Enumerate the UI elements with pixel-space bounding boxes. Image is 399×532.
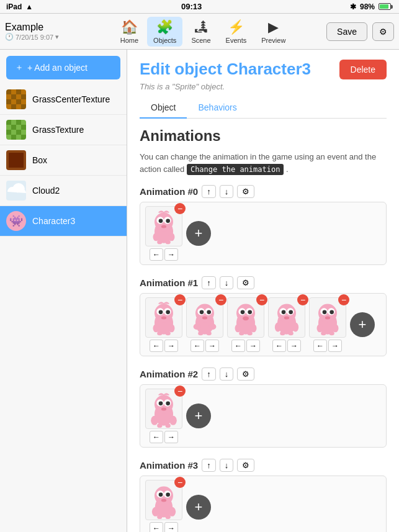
animation-1-frame-4-right[interactable]: → [328,340,342,352]
edit-title: Edit object Character3 [140,60,311,79]
sidebar-item-cloud2[interactable]: Cloud2 [0,176,127,206]
animation-1-frame-2-remove[interactable]: − [256,294,267,305]
animation-2-frames: − [140,384,387,448]
svg-point-29 [194,323,201,330]
animation-1-frame-3-left[interactable]: ← [272,340,286,352]
animation-2-add-frame-button[interactable]: + [186,404,211,428]
animation-2-down-button[interactable]: ↓ [220,367,234,381]
cloud2-label: Cloud2 [32,186,60,196]
save-button[interactable]: Save [326,22,367,41]
animation-0-up-button[interactable]: ↑ [202,185,216,198]
animation-1-frame-4-remove[interactable]: − [338,294,349,305]
animation-1-up-button[interactable]: ↑ [202,276,216,289]
animation-1-frame-2: − [227,297,264,352]
wifi-icon: ▲ [25,2,33,11]
animation-1-frame-1-right[interactable]: → [205,340,219,352]
sidebar-item-box[interactable]: Box [0,145,127,176]
top-bar: Example 🕐 7/20/15 9:07 ▾ 🏠 Home 🧩 Object… [0,14,399,50]
svg-point-31 [198,331,203,335]
character3-label: Character3 [32,216,75,226]
svg-point-81 [159,492,163,497]
animation-1-frame-1-remove[interactable]: − [215,294,226,305]
animation-0-frame-0-right[interactable]: → [164,248,178,261]
animation-1-section: Animation #1 ↑ ↓ ⚙ − [140,276,387,356]
scene-icon: 🏞 [194,19,208,35]
monster-sprite-2-0 [148,390,179,428]
home-icon: 🏠 [121,19,138,35]
svg-point-63 [333,324,339,332]
animation-2-label: Animation #2 [140,369,198,379]
animation-2-frame-0-right[interactable]: → [164,431,178,443]
sidebar-item-character3[interactable]: 👾 Character3 [0,206,127,237]
box-thumb [6,150,26,170]
animation-3-gear-button[interactable]: ⚙ [237,459,254,472]
svg-point-72 [161,407,166,410]
nav-item-home[interactable]: 🏠 Home [114,17,145,47]
tab-behaviors[interactable]: Behaviors [187,97,248,119]
app-date: 🕐 7/20/15 9:07 ▾ [5,33,79,41]
animation-1-frame-0-remove[interactable]: − [174,294,186,305]
nav-item-scene[interactable]: 🏞 Scene [185,17,217,47]
animation-1-frame-3: − [268,297,305,352]
delete-button[interactable]: Delete [339,60,387,79]
animation-1-down-button[interactable]: ↓ [220,276,234,289]
animation-3-frame-0-left[interactable]: ← [150,522,163,532]
animation-3-add-frame-button[interactable]: + [186,495,211,520]
animation-1-frame-1-left[interactable]: ← [191,340,204,352]
nav-label-scene: Scene [191,37,210,44]
svg-point-62 [317,324,323,332]
animation-0-add-frame-button[interactable]: + [186,221,211,246]
animation-1-frame-3-remove[interactable]: − [297,294,308,305]
animation-3-frame-0-img: − [145,480,182,520]
edit-header: Edit object Character3 Delete [140,60,387,79]
tab-object[interactable]: Object [140,97,187,119]
nav-item-objects[interactable]: 🧩 Objects [147,17,182,47]
animation-0-frame-0-img: − [145,206,182,246]
animation-0-frame-0-left[interactable]: ← [150,248,163,261]
animation-2-frame-0-remove[interactable]: − [174,385,186,397]
animation-0-frame-0: − [145,206,182,261]
svg-point-32 [207,331,212,335]
animation-0-label: Animation #0 [140,186,198,197]
animation-0-down-button[interactable]: ↓ [220,185,234,198]
svg-point-74 [169,415,177,425]
animation-0-gear-button[interactable]: ⚙ [237,185,254,198]
animation-2-up-button[interactable]: ↑ [202,367,216,381]
nav-item-preview[interactable]: ▶ Preview [255,17,292,47]
svg-point-70 [159,401,163,405]
animation-3-down-button[interactable]: ↓ [220,459,234,472]
sidebar-item-grass-center[interactable]: GrassCenterTexture [0,84,127,115]
animation-1-frame-0-right[interactable]: → [164,340,178,352]
animation-code-snippet: Change the animation [187,164,284,175]
animation-1-frame-0: − [145,297,182,352]
svg-point-21 [166,331,171,335]
add-object-label: + Add an object [27,63,87,73]
settings-button[interactable]: ⚙ [372,22,394,41]
animation-1-frame-3-right[interactable]: → [287,340,301,352]
svg-point-8 [169,233,175,241]
monster-sprite-1-0 [148,299,179,336]
animation-1-add-frame-button[interactable]: + [350,312,375,337]
animation-1-frame-2-right[interactable]: → [246,340,260,352]
grass-label: GrassTexture [32,125,84,135]
animation-1-frame-2-left[interactable]: ← [231,340,245,352]
animations-description: You can change the animation in the game… [140,151,387,175]
animation-3-frame-0-right[interactable]: → [164,522,178,532]
device-label: iPad [6,2,22,11]
nav-item-events[interactable]: ⚡ Events [220,17,253,47]
animation-1-frame-0-left[interactable]: ← [150,340,163,352]
svg-point-48 [282,310,286,314]
events-icon: ⚡ [228,19,244,35]
animation-1-frame-4-left[interactable]: ← [313,340,327,352]
add-object-button[interactable]: ＋ + Add an object [6,56,120,79]
svg-point-5 [166,219,170,223]
animation-2-frame-0-left[interactable]: ← [150,431,163,443]
animation-1-gear-button[interactable]: ⚙ [237,276,254,289]
animation-2-gear-button[interactable]: ⚙ [237,367,254,381]
animation-1-frame-3-nav: ← → [272,340,301,352]
animation-3-up-button[interactable]: ↑ [202,459,216,472]
animation-3-frame-0-remove[interactable]: − [174,477,186,488]
plus-icon: ＋ [15,62,24,73]
sidebar-item-grass[interactable]: GrassTexture [0,115,127,145]
animation-0-frame-0-remove[interactable]: − [174,203,186,214]
